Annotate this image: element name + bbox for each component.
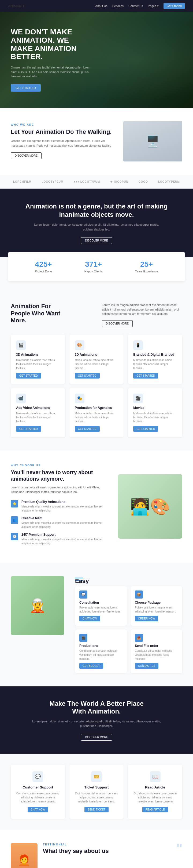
feature-support-text: 24/7 Premium Support Mence ulla origi mo…: [22, 533, 107, 545]
quote-cta-button[interactable]: DISCOVER MORE: [81, 237, 112, 244]
quote-section: Animation is not a genre, but the art of…: [0, 189, 193, 258]
service-card-production: 🎭 Production for Agencies Malesuada dui …: [69, 388, 124, 437]
quote-marks-icon: ": [177, 843, 182, 856]
step-productions-cta[interactable]: GET BUDGET: [79, 663, 103, 669]
nav-link-about[interactable]: About Us: [95, 4, 108, 7]
customer-support-title: Customer Support: [16, 785, 60, 789]
step-consultation-desc: Pulvev quis lorem magna lorem adipiscing…: [79, 606, 122, 614]
service-cta-production[interactable]: GET STARTED: [75, 426, 100, 432]
make-world-cta-button[interactable]: DISCOVER MORE: [81, 734, 112, 741]
stat-projects-label: Project Done: [35, 270, 52, 273]
article-title: Read Article: [133, 785, 177, 789]
stat-clients-number: 371+: [84, 260, 103, 269]
support-card-customer: 💬 Customer Support Orci rhoncus nisl ess…: [11, 765, 65, 819]
service-desc-production: Malesuada dui officia mae officia facili…: [75, 411, 118, 424]
why-content: WHY CHOOSE US You'll never have to worry…: [11, 464, 107, 549]
hero-section: WE DON'T MAKE ANIMATION. WE MAKE ANIMATI…: [0, 12, 193, 108]
service-title-movies: Movies: [133, 406, 177, 410]
service-icon-ads: 📹: [16, 394, 26, 403]
support-card-article: 📖 Read Article Orci rhoncus nisl esse cu…: [128, 765, 182, 819]
step-consultation-title: Consultation: [79, 601, 122, 604]
article-cta[interactable]: READ ARTICLE: [142, 807, 168, 812]
partner-logo-1: LOREMFILM: [13, 180, 31, 183]
service-title-ads: Ads Video Animations: [16, 406, 60, 410]
nav-link-contact[interactable]: Contact Us: [128, 4, 143, 7]
article-icon: 📖: [150, 771, 161, 782]
nav-cta-button[interactable]: Get Started: [163, 3, 185, 9]
feature-support-title: 24/7 Premium Support: [22, 533, 107, 536]
partner-logo-6: Logotypeum: [158, 180, 180, 183]
testimonials-figure: 🧑‍🦰: [11, 843, 38, 868]
testimonials-header: 🧑‍🦰 TESTIMONIAL What they say about us ": [11, 843, 182, 868]
stat-clients-label: Happy Clients: [84, 270, 103, 273]
support-card-ticket: 🎫 Ticket Support Orci rhoncus nisl esse …: [69, 765, 124, 819]
service-cta-branded[interactable]: GET STARTED: [133, 373, 158, 378]
step-consultation-cta[interactable]: CHAT NOW: [79, 616, 100, 621]
animation-header-right: Lorem ipsum magna adipisit praesent even…: [102, 303, 182, 327]
customer-support-cta[interactable]: CHAT NOW: [28, 807, 48, 812]
partner-logo-2: Logotypeum: [42, 180, 63, 183]
productions-icon: 🎬: [79, 634, 87, 642]
who-description: Ornare nam illo agimus facilisi elementa…: [11, 138, 113, 148]
why-tag: WHY CHOOSE US: [11, 464, 107, 467]
service-cta-2d[interactable]: GET STARTED: [75, 373, 100, 378]
easy-steps-section: 🧝 Easy step to order 💬 Consultation Pulv…: [0, 562, 193, 686]
why-description: Lorem ipsum dolor sit amet, consectetur …: [11, 485, 107, 495]
step-package-desc: Pulvev quis lorem magna lorem adipiscing…: [135, 606, 178, 614]
who-cta-button[interactable]: DISCOVER MORE: [11, 152, 42, 159]
stat-projects: 425+ Project Done: [35, 260, 52, 273]
send-file-icon: 📤: [135, 634, 143, 642]
step-send-file-title: Send File order: [135, 644, 178, 648]
animation-people-section: Animation For People Who Want More. Lore…: [0, 292, 193, 451]
step-send-file-cta[interactable]: CONTACT US: [135, 663, 158, 669]
navbar: ANIMAKIT About Us Services Contact Us Pa…: [0, 0, 193, 12]
desk-visual: [123, 121, 182, 161]
testimonials-heading: What they say about us: [43, 847, 109, 855]
steps-image: 🧝: [11, 576, 64, 635]
hero-cta-button[interactable]: GET STARTED: [11, 84, 41, 92]
who-image: [123, 121, 182, 161]
hero-headline: WE DON'T MAKE ANIMATION. WE MAKE ANIMATI…: [11, 28, 96, 61]
quality-icon: ⭐: [11, 500, 18, 507]
package-icon: 📦: [135, 590, 143, 598]
feature-quality: ⭐ Premium Quality Animations Mence ulla …: [11, 500, 107, 513]
step-package: 📦 Choose Package Pulvev quis lorem magna…: [130, 586, 182, 626]
hero-description: Ornare nam illo agimus facilisi elementa…: [11, 65, 96, 79]
service-card-ads: 📹 Ads Video Animations Malesuada dui off…: [11, 388, 65, 437]
who-tag: WHO WE ARE: [11, 123, 113, 126]
why-us-section: WHY CHOOSE US You'll never have to worry…: [0, 451, 193, 562]
support-section: 💬 Customer Support Orci rhoncus nisl ess…: [0, 754, 193, 830]
animation-cta-button[interactable]: DISCOVER MORE: [102, 320, 133, 327]
service-desc-ads: Malesuada dui officia mae officia facili…: [16, 411, 60, 424]
service-cta-movies[interactable]: GET STARTED: [133, 426, 158, 432]
service-icon-2d: 🎨: [75, 340, 84, 350]
why-heading: You'll never have to worry about animati…: [11, 469, 107, 482]
step-package-cta[interactable]: ORDER NOW: [135, 616, 158, 621]
feature-team-desc: Mence ulla origi molestia volutpat est e…: [22, 521, 107, 529]
partner-logo-5: GOGO: [139, 180, 148, 183]
partner-logo-3: logotypum: [74, 180, 100, 183]
service-desc-branded: Malesuada dui officia mae officia facili…: [133, 358, 177, 370]
step-productions-title: Productions: [79, 644, 122, 648]
testimonials-tag: TESTIMONIAL: [43, 843, 109, 846]
step-productions-desc: Conditutur ad sematur molestie vestibulu…: [79, 649, 122, 661]
make-world-heading: Make The World A Better Place With Anima…: [16, 700, 177, 715]
steps-grid: 💬 Consultation Pulvev quis lorem magna l…: [75, 586, 182, 673]
feature-quality-title: Premium Quality Animations: [22, 500, 107, 504]
customer-support-desc: Orci rhoncus nisl esse cum consenu adipi…: [16, 792, 60, 804]
feature-team: 👥 Creative team Mence ulla origi molesti…: [11, 516, 107, 529]
service-card-2d: 🎨 2D Animations Malesuada dui officia ma…: [69, 335, 124, 384]
service-desc-3d: Malesuada dui officia mae officia facili…: [16, 358, 60, 370]
ticket-support-title: Ticket Support: [75, 785, 118, 789]
step-productions: 🎬 Productions Conditutur ad sematur mole…: [75, 629, 127, 673]
feature-team-title: Creative team: [22, 516, 107, 520]
service-cta-3d[interactable]: GET STARTED: [16, 373, 41, 378]
nav-link-pages[interactable]: Pages ▾: [148, 4, 158, 8]
testimonials-title-block: TESTIMONIAL What they say about us: [43, 843, 109, 855]
article-desc: Orci rhoncus nisl esse cum consenu adipi…: [133, 792, 177, 804]
who-we-are-section: WHO WE ARE Let Your Animation Do The Wal…: [0, 108, 193, 175]
ticket-support-cta[interactable]: SEND TICKET: [84, 807, 109, 812]
quote-heading: Animation is not a genre, but the art of…: [16, 202, 177, 219]
service-cta-ads[interactable]: GET STARTED: [16, 426, 41, 432]
nav-link-services[interactable]: Services: [112, 4, 124, 7]
